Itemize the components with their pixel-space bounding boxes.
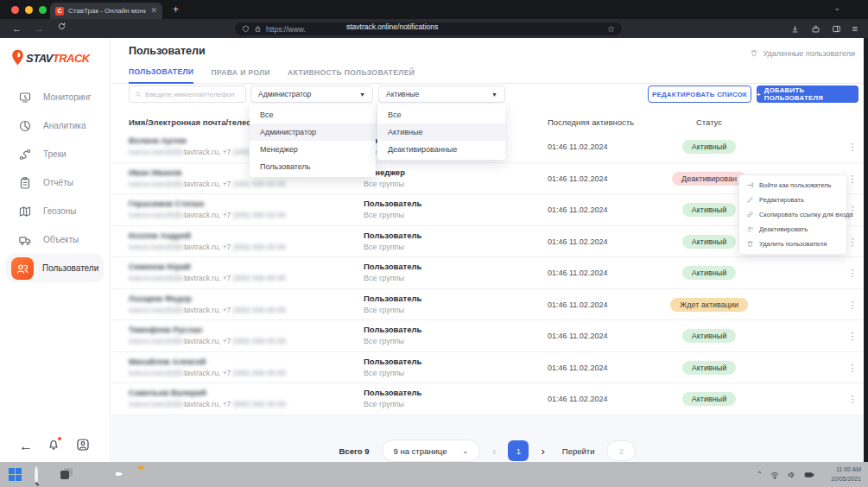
url-bar[interactable]: https://www.stavtrack.online/notificatio… [235,22,622,35]
user-email-phone: ivanov.ivan26@stavtrack.ru, +7 (999) 999… [129,243,286,251]
option-4[interactable]: Пользователь [250,158,376,175]
menu-hamburger-icon[interactable]: ≡ [852,23,858,34]
taskbar-search-icon[interactable] [35,468,48,482]
current-page-button[interactable]: 1 [508,440,529,461]
reload-button[interactable] [57,22,67,34]
pagination: Всего 9 9 на странице⌄ ‹ 1 › Перейти 2 [111,440,864,462]
close-window-button[interactable] [11,6,19,14]
search-field[interactable] [145,91,240,98]
per-page-select[interactable]: 9 на странице⌄ [382,440,481,462]
maximize-window-button[interactable] [39,6,47,14]
tab-user-activity[interactable]: АКТИВНОСТЬ ПОЛЬЗОВАТЕЛЕЙ [288,68,415,83]
menu-item-deactivate[interactable]: Деактивировать [739,222,846,237]
user-groups: Все группы [364,337,421,345]
sidebar-item-geozones[interactable]: Геозоны [0,197,110,225]
status-cell: Активный [656,352,763,384]
status-cell: Активный [656,320,763,352]
battery-icon[interactable] [804,470,814,480]
close-tab-icon[interactable]: ✕ [150,7,157,15]
status-cell: Ждет активации [656,289,763,321]
table-row: Савельев Валерийivanov.ivan26@stavtrack.… [111,383,864,415]
prev-page-button[interactable]: ‹ [492,445,496,458]
sidebar-panel-icon[interactable] [832,24,841,34]
tab-rights-roles[interactable]: ПРАВА И РОЛИ [211,68,270,83]
option-2[interactable]: Активные [377,123,505,141]
volume-icon[interactable] [787,470,797,480]
edit-list-button[interactable]: РЕДАКТИРОВАТЬ СПИСОК [648,85,751,103]
forward-button[interactable]: → [35,22,44,35]
user-role-cell: ПользовательВсе группы [364,325,421,345]
edge-browser-icon[interactable] [164,468,178,482]
user-role: Пользователь [364,325,421,334]
option-2[interactable]: Администратор [250,123,376,141]
option-3[interactable]: Деактивированные [377,141,505,158]
new-tab-button[interactable]: + [173,3,179,16]
add-user-button[interactable]: + ДОБАВИТЬ ПОЛЬЗОВАТЕЛЯ [757,85,858,103]
browser-tab[interactable]: C СтавТрак - Онлайн мониторинг ✕ [50,3,162,19]
user-groups: Все группы [364,306,421,314]
row-menu-kebab-icon[interactable]: ⋮ [847,163,858,195]
row-menu-kebab-icon[interactable]: ⋮ [847,320,858,352]
browser-window: C СтавТрак - Онлайн мониторинг ✕ + ⌄ ← →… [0,0,868,462]
menu-item-delete[interactable]: Удалить пользователя [739,237,846,251]
sidebar-item-users[interactable]: Пользователи [6,254,104,282]
downloads-icon[interactable] [790,24,800,34]
option-1[interactable]: Все [250,106,376,123]
sidebar-item-reports[interactable]: Отчёты [0,168,110,197]
analytics-icon [17,118,32,133]
deleted-users-link[interactable]: Удаленные пользователи [750,48,855,58]
row-menu-kebab-icon[interactable]: ⋮ [847,226,858,258]
sidebar-item-analytics[interactable]: Аналитика [0,111,110,140]
total-count: Всего 9 [339,446,370,456]
search-input[interactable] [129,85,246,103]
url-text: https://www.stavtrack.online/notificatio… [266,25,306,34]
collapse-sidebar-icon[interactable]: ← [19,439,33,454]
row-menu-kebab-icon[interactable]: ⋮ [847,352,858,384]
row-menu-kebab-icon[interactable]: ⋮ [847,257,858,289]
last-activity: 01:46 11.02.2024 [548,352,607,384]
notifications-bell-icon[interactable] [47,438,60,455]
notification-dot [58,437,61,440]
tab-list-chevron-icon[interactable]: ⌄ [833,3,840,12]
back-button[interactable]: ← [12,22,22,35]
tab-users[interactable]: ПОЛЬЗОВАТЕЛИ [129,67,193,84]
wifi-icon[interactable] [770,470,780,480]
minimize-window-button[interactable] [25,6,33,14]
role-filter-dropdown[interactable]: Администратор▼ [250,85,373,103]
sidebar-item-monitoring[interactable]: Мониторинг [0,83,110,111]
user-email-phone: ivanov.ivan26@stavtrack.ru, +7 (999) 999… [129,274,286,282]
goto-page-input[interactable]: 2 [606,440,636,461]
row-menu-kebab-icon[interactable]: ⋮ [847,289,858,321]
task-view-icon[interactable] [60,468,74,482]
status-badge: Активный [682,140,736,154]
profile-icon[interactable] [76,438,90,455]
status-badge: Активный [682,361,736,375]
taskbar-clock[interactable]: 11:00 AM 10/05/2021 [831,465,861,484]
option-3[interactable]: Менеджер [250,141,376,158]
objects-icon [17,232,32,247]
sidebar-item-objects[interactable]: Объекты [0,225,110,254]
row-menu-kebab-icon[interactable]: ⋮ [847,131,858,163]
file-explorer-icon[interactable] [138,468,152,482]
menu-item-copy-link[interactable]: Скопировать ссылку для входа [739,207,846,222]
start-button-icon[interactable] [9,468,22,482]
user-email-phone: ivanov.ivan26@stavtrack.ru, +7 (999) 999… [129,211,286,219]
tray-expand-icon[interactable]: ⌃ [757,471,763,478]
status-filter-dropdown[interactable]: Активные▼ [378,85,505,103]
user-name-cell: Герасимов Степанivanov.ivan26@stavtrack.… [129,199,286,219]
option-1[interactable]: Все [377,106,505,123]
next-page-button[interactable]: › [541,445,544,458]
chat-app-icon[interactable] [112,468,126,482]
sidebar-item-tracks[interactable]: Треки [0,140,110,168]
sidebar-item-label: Объекты [43,235,79,244]
extensions-icon[interactable] [811,24,820,34]
row-menu-kebab-icon[interactable]: ⋮ [847,383,858,415]
moon-app-icon[interactable] [86,468,100,482]
status-badge: Деактивирован [672,172,746,186]
table-row: Лазарев Федорivanov.ivan26@stavtrack.ru,… [111,289,864,321]
menu-item-edit[interactable]: Редактировать [739,193,846,207]
chevron-down-icon: ▼ [491,92,497,98]
user-email-phone: ivanov.ivan26@stavtrack.ru, +7 (999) 999… [129,180,286,188]
last-activity: 01:46 11.02.2024 [548,383,607,415]
menu-item-login[interactable]: Войти как пользователь [739,178,846,193]
